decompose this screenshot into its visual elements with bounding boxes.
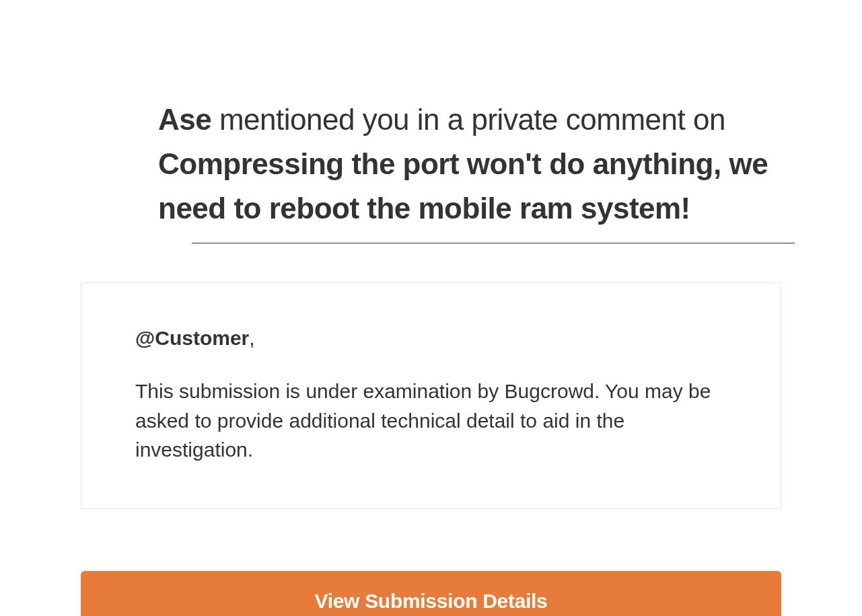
heading-middle: mentioned you in a private comment on (211, 103, 725, 136)
submission-title: Compressing the port won't do anything, … (158, 147, 768, 225)
view-submission-button[interactable]: View Submission Details (81, 571, 781, 617)
mention-suffix: , (249, 327, 254, 349)
notification-heading: Ase mentioned you in a private comment o… (158, 98, 781, 231)
comment-body: This submission is under examination by … (135, 377, 727, 465)
divider (192, 243, 795, 243)
mention-handle: @Customer (135, 327, 249, 349)
comment-box: @Customer, This submission is under exam… (81, 282, 781, 509)
actor-name: Ase (158, 103, 211, 136)
comment-mention-line: @Customer, (135, 327, 727, 350)
